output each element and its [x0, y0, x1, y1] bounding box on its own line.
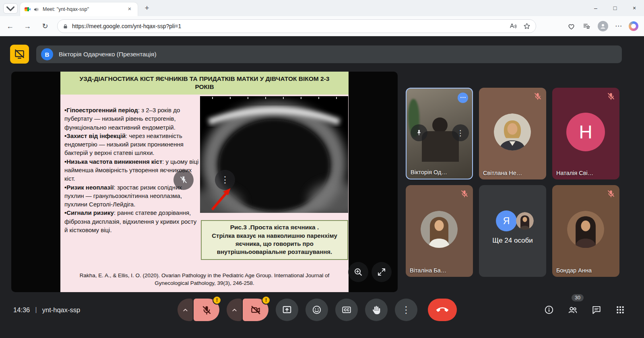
meet-favicon — [24, 6, 31, 12]
browser-essentials-icon[interactable] — [567, 22, 576, 31]
mic-mute-button[interactable]: ! — [194, 299, 219, 321]
camera-warning-badge: ! — [262, 296, 270, 305]
figure-caption: Рис.3 .Проста кіста яєчника . Стрілка вк… — [201, 220, 348, 260]
zoom-in-button[interactable] — [348, 262, 368, 282]
mic-off-icon — [201, 305, 212, 315]
participant-tile-vitalina[interactable]: Віталіна Ба… — [406, 185, 473, 277]
chat-panel-button[interactable] — [591, 305, 602, 315]
unpin-presentation-button[interactable] — [173, 170, 194, 190]
participant-tile-bondar[interactable]: Бондар Анна — [552, 185, 619, 277]
camera-mute-button[interactable]: ! — [243, 299, 268, 321]
presentation-more-button[interactable]: ⋮ — [215, 170, 235, 190]
new-tab-button[interactable]: + — [142, 3, 152, 14]
emoji-icon — [312, 305, 322, 315]
presenter-banner-text: Вікторія Одарченко (Презентація) — [59, 51, 157, 58]
meet-page: В Вікторія Одарченко (Презентація) УЗД-Д… — [0, 36, 644, 338]
overflow-tile[interactable]: Я Ще 24 особи — [479, 185, 546, 277]
present-icon — [282, 305, 292, 315]
participant-tile-nataliia[interactable]: Н Наталія Сві… — [552, 88, 619, 179]
participant-name: Наталія Сві… — [556, 170, 593, 176]
presenter-avatar: В — [41, 48, 53, 60]
ultrasound-image — [200, 96, 348, 213]
mic-off-icon — [607, 189, 615, 198]
reactions-button[interactable] — [305, 299, 328, 321]
pin-participant-button[interactable] — [411, 124, 427, 141]
info-icon — [544, 305, 554, 315]
slide-body: •Гіпоестрогенний період: з 2–3 років до … — [60, 95, 349, 292]
expand-icon — [377, 267, 386, 277]
more-vertical-icon: ⋮ — [221, 175, 229, 184]
presentation-off-icon — [14, 49, 25, 60]
active-speaker-badge[interactable]: ⋯ — [458, 93, 468, 103]
fullscreen-button[interactable] — [372, 262, 392, 282]
raise-hand-button[interactable] — [365, 299, 388, 321]
avatar — [567, 211, 604, 248]
screen: Meet: "ynt-hqax-ssp" × + – □ × ← → ↻ htt… — [0, 0, 644, 338]
browser-menu-button[interactable]: ⋯ — [615, 21, 622, 31]
tab-search-button[interactable] — [3, 3, 18, 14]
call-end-icon — [436, 304, 448, 316]
nav-right-icons: ⋯ — [567, 16, 638, 36]
bullet-item: •Гіпоестрогенний період: з 2–3 років до … — [64, 106, 200, 132]
mic-warning-badge: ! — [213, 296, 221, 305]
captions-button[interactable] — [335, 299, 358, 321]
overflow-count-label: Ще 24 особи — [479, 237, 546, 245]
refresh-button[interactable]: ↻ — [38, 20, 52, 33]
back-button[interactable]: ← — [3, 20, 17, 33]
more-vertical-icon: ⋮ — [457, 128, 464, 138]
participant-name: Світлана Не… — [483, 170, 522, 176]
read-aloud-icon[interactable] — [509, 22, 517, 30]
meeting-panels: 30 — [544, 294, 625, 326]
presentation-stage[interactable]: УЗД-ДІАГНОСТИКА КІСТ ЯЄЧНИКІВ ТА ПРИДАТК… — [11, 72, 398, 292]
chat-icon — [591, 305, 602, 315]
browser-tab[interactable]: Meet: "ynt-hqax-ssp" × — [20, 2, 138, 16]
window-minimize-button[interactable]: – — [586, 0, 605, 16]
browser-tab-bar: Meet: "ynt-hqax-ssp" × + – □ × — [0, 0, 644, 16]
participant-tile-viktoriia[interactable]: ⋯ ⋮ Вікторія Од… — [406, 88, 473, 179]
call-controls: ! ! ⋮ — [178, 299, 457, 321]
more-options-button[interactable]: ⋮ — [395, 299, 417, 321]
more-vertical-icon: ⋮ — [402, 305, 411, 315]
address-bar[interactable]: https://meet.google.com/ynt-hqax-ssp?pli… — [57, 19, 536, 33]
end-call-button[interactable] — [428, 299, 457, 321]
meeting-code: ynt-hqax-ssp — [42, 306, 80, 314]
participant-name: Бондар Анна — [556, 267, 592, 274]
zoom-in-icon — [353, 267, 363, 277]
clock-time: 14:36 — [13, 306, 30, 314]
present-button[interactable] — [276, 299, 298, 321]
window-maximize-button[interactable]: □ — [605, 0, 625, 16]
presentation-warning-tile[interactable] — [10, 45, 29, 64]
participant-more-button[interactable]: ⋮ — [452, 124, 469, 141]
profile-avatar[interactable] — [598, 21, 608, 31]
copilot-icon[interactable] — [629, 21, 638, 31]
tab-close-button[interactable]: × — [126, 5, 134, 13]
meet-bottom-bar: 14:36 | ynt-hqax-ssp ! ! — [0, 294, 644, 326]
favorite-star-icon[interactable] — [523, 22, 531, 30]
window-close-button[interactable]: × — [625, 0, 644, 16]
mic-options-button[interactable] — [178, 299, 193, 321]
browser-nav-bar: ← → ↻ https://meet.google.com/ynt-hqax-s… — [0, 16, 644, 36]
people-panel-button[interactable]: 30 — [568, 305, 578, 315]
lock-icon — [62, 23, 68, 29]
unpin-icon — [179, 175, 188, 185]
meeting-details-button[interactable] — [544, 305, 554, 315]
letter-avatar: Я — [496, 210, 517, 231]
meeting-info: 14:36 | ynt-hqax-ssp — [13, 294, 80, 326]
slide-title: УЗД-ДІАГНОСТИКА КІСТ ЯЄЧНИКІВ ТА ПРИДАТК… — [60, 72, 349, 95]
camera-control-group: ! — [227, 299, 268, 321]
tab-audio-icon[interactable] — [33, 6, 39, 12]
mini-avatar — [516, 212, 534, 230]
window-controls: – □ × — [586, 0, 644, 16]
avatar — [494, 113, 531, 150]
participant-tile-svitlana[interactable]: Світлана Не… — [479, 88, 546, 179]
letter-avatar: Н — [566, 113, 605, 151]
favorites-hub-icon[interactable] — [582, 22, 591, 31]
camera-options-button[interactable] — [227, 299, 242, 321]
mic-off-icon — [533, 92, 542, 101]
mic-off-icon — [607, 92, 615, 101]
bullet-item: •Сигнали ризику: раннє статеве дозріванн… — [64, 208, 200, 234]
activities-button[interactable] — [615, 305, 625, 315]
hand-icon — [371, 305, 382, 315]
cc-icon — [341, 305, 352, 315]
forward-button[interactable]: → — [21, 20, 34, 33]
